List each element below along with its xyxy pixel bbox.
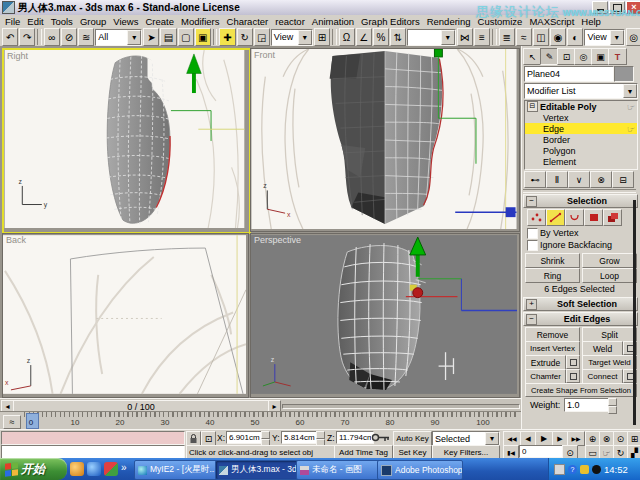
zoom-extents-all-icon[interactable]: ⊞ <box>627 431 640 446</box>
material-editor-icon[interactable]: ◉ <box>550 28 566 46</box>
menu-modifiers[interactable]: Modifiers <box>181 16 220 27</box>
chamfer-settings-button[interactable] <box>566 369 580 383</box>
chevron-down-icon[interactable]: ▾ <box>441 30 455 45</box>
mini-curve-editor-icon[interactable]: ≈ <box>3 415 21 429</box>
remove-modifier-icon[interactable]: ⊗ <box>590 171 612 188</box>
macro-recorder-line[interactable] <box>1 431 185 445</box>
chevron-down-icon[interactable]: ▾ <box>610 30 624 45</box>
percent-snap-icon[interactable]: % <box>373 28 389 46</box>
qq-tray-icon[interactable] <box>592 465 601 474</box>
menu-reactor[interactable]: reactor <box>275 16 305 27</box>
key-mode-dropdown[interactable]: Selected ▾ <box>432 431 500 446</box>
menu-group[interactable]: Group <box>80 16 106 27</box>
viewport-right[interactable]: z y Right <box>2 48 251 234</box>
subobject-border-icon[interactable] <box>565 209 584 226</box>
selection-filter-dropdown[interactable]: All ▾ <box>95 29 142 46</box>
spin-up-icon[interactable] <box>608 398 617 406</box>
extrude-button[interactable]: Extrude <box>525 355 566 370</box>
redo-icon[interactable]: ↷ <box>19 28 35 46</box>
configure-modifier-sets-icon[interactable]: ⊟ <box>612 171 634 188</box>
chevron-down-icon[interactable]: ▾ <box>127 30 141 45</box>
ref-coord-dropdown[interactable]: View ▾ <box>271 29 313 46</box>
taskbar-task-paint[interactable]: 未命名 - 画图 <box>296 460 382 480</box>
named-selection-dropdown[interactable]: ▾ <box>407 29 456 46</box>
volume-tray-icon[interactable] <box>580 465 589 474</box>
gizmo-center[interactable] <box>413 288 423 298</box>
mirror-icon[interactable]: ⋈ <box>457 28 473 46</box>
expand-icon[interactable]: + <box>526 299 537 310</box>
quick-render-icon[interactable]: ◎ <box>626 28 640 46</box>
spin-down-icon[interactable] <box>608 406 617 414</box>
spinner-snap-icon[interactable]: ⇅ <box>390 28 406 46</box>
ignore-backfacing-checkbox[interactable] <box>527 240 538 251</box>
quicklaunch-browser-icon[interactable] <box>87 462 101 476</box>
pin-stack-icon[interactable]: ⊷ <box>524 171 546 188</box>
make-unique-icon[interactable]: ∨ <box>568 171 590 188</box>
object-name-field[interactable] <box>524 66 614 82</box>
menu-tools[interactable]: Tools <box>51 16 73 27</box>
render-scene-icon[interactable]: ◐ <box>567 28 583 46</box>
panel-scrollbar[interactable] <box>633 200 636 425</box>
soft-selection-rollout-header[interactable]: + Soft Selection <box>523 297 638 311</box>
viewport-back[interactable]: z x Back <box>2 233 249 398</box>
play-button[interactable]: ▶ <box>535 431 553 446</box>
snap-toggle-icon[interactable]: Ω <box>339 28 355 46</box>
object-color-swatch[interactable] <box>614 66 634 82</box>
selection-lock-icon[interactable] <box>186 431 201 446</box>
grow-button[interactable]: Grow <box>582 253 637 268</box>
slider-track-rest[interactable] <box>282 404 520 409</box>
align-icon[interactable]: ≡ <box>474 28 490 46</box>
curve-editor-icon[interactable]: ≈ <box>516 28 532 46</box>
move-icon[interactable]: ✚ <box>219 28 235 46</box>
quicklaunch-app-icon[interactable] <box>104 462 118 476</box>
menu-character[interactable]: Character <box>227 16 269 27</box>
zoom-all-icon[interactable]: ⊗ <box>599 431 614 446</box>
quicklaunch-more-icon[interactable]: » <box>121 462 127 473</box>
window-crossing-icon[interactable]: ▣ <box>195 28 211 46</box>
menu-file[interactable]: File <box>5 16 20 27</box>
menu-rendering[interactable]: Rendering <box>427 16 471 27</box>
extrude-settings-button[interactable] <box>566 355 580 369</box>
show-end-result-icon[interactable]: Ⅱ <box>546 171 568 188</box>
viewport-perspective-label[interactable]: Perspective <box>254 235 301 245</box>
chevron-down-icon[interactable]: ▾ <box>298 30 312 45</box>
start-button[interactable]: 开始 <box>0 458 67 480</box>
maxscript-listener-line[interactable] <box>1 445 185 459</box>
menu-create[interactable]: Create <box>145 16 174 27</box>
stack-item-element[interactable]: Element <box>525 156 637 167</box>
tree-expand-icon[interactable]: ⊟ <box>527 101 538 112</box>
zoom-icon[interactable]: ⊕ <box>585 431 600 446</box>
z-coord-field[interactable] <box>336 431 374 444</box>
remove-button[interactable]: Remove <box>525 327 580 342</box>
weight-field[interactable] <box>564 398 610 412</box>
prev-frame-button[interactable]: ◀ <box>520 431 536 446</box>
stack-item-edge[interactable]: Edge ☞ <box>525 123 637 134</box>
scale-icon[interactable]: ◲ <box>254 28 270 46</box>
menu-views[interactable]: Views <box>113 16 138 27</box>
use-pivot-icon[interactable]: ⊞ <box>314 28 330 46</box>
unlink-icon[interactable]: ⊘ <box>61 28 77 46</box>
target-weld-button[interactable]: Target Weld <box>582 355 637 370</box>
subobject-element-icon[interactable] <box>603 209 622 226</box>
taskbar-task-photoshop[interactable]: Adobe Photoshop <box>377 460 463 480</box>
subobject-vertex-icon[interactable] <box>527 209 546 226</box>
rect-region-icon[interactable]: ▢ <box>178 28 194 46</box>
menu-edit[interactable]: Edit <box>27 16 43 27</box>
quicklaunch-player-icon[interactable] <box>70 462 84 476</box>
go-to-start-button[interactable]: ◀◀ <box>503 431 521 446</box>
bind-spacewarp-icon[interactable]: ≋ <box>78 28 94 46</box>
absolute-mode-icon[interactable]: ⊡ <box>201 431 216 446</box>
y-coord-field[interactable] <box>281 431 321 444</box>
viewport-perspective[interactable]: z Perspective <box>250 233 520 398</box>
insert-vertex-button[interactable]: Insert Vertex <box>525 341 580 356</box>
schematic-view-icon[interactable]: ◫ <box>533 28 549 46</box>
viewport-front-label[interactable]: Front <box>254 50 275 60</box>
printer-tray-icon[interactable] <box>554 464 565 475</box>
collapse-icon[interactable]: − <box>526 196 537 207</box>
zoom-extents-icon[interactable]: ⊙ <box>613 431 628 446</box>
loop-button[interactable]: Loop <box>582 268 637 283</box>
current-frame-field[interactable] <box>519 445 565 458</box>
auto-key-button[interactable]: Auto Key <box>393 431 432 446</box>
select-link-icon[interactable]: ∞ <box>44 28 60 46</box>
viewport-front[interactable]: z x Front <box>250 48 520 232</box>
